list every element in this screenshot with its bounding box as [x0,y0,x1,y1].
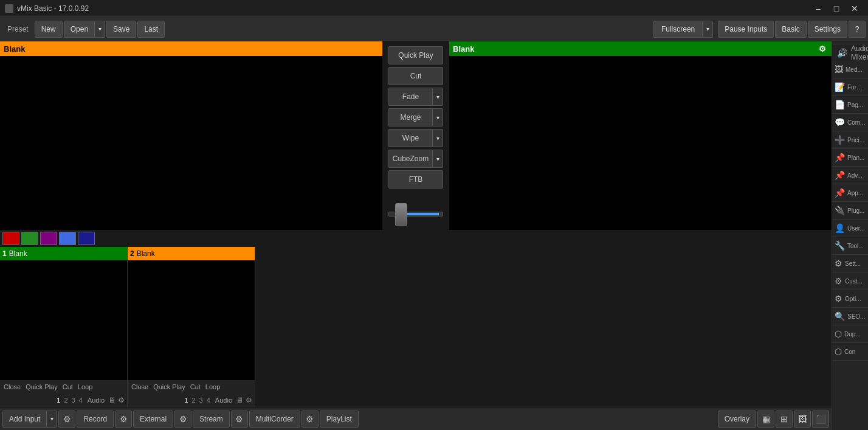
open-split-button[interactable]: Open ▾ [64,21,105,38]
add-input-button[interactable]: Add Input [2,411,46,428]
input-2-settings-icon[interactable]: ⚙ [246,396,252,404]
external-button[interactable]: External [133,411,173,428]
fullscreen-button[interactable]: Fullscreen [653,21,702,38]
merge-button[interactable]: Merge [388,108,432,127]
minimize-button[interactable]: – [810,2,827,15]
sidebar-item-pricing[interactable]: ➕ Prici... [832,131,868,149]
add-input-arrow[interactable]: ▾ [46,411,57,428]
overlay-bar-icon[interactable]: ▦ [757,411,774,428]
sidebar-plan-label: Plan... [847,154,864,161]
input-1-cut-btn[interactable]: Cut [61,383,74,390]
input-2-close-btn[interactable]: Close [130,383,150,390]
stream-settings-icon[interactable]: ⚙ [231,411,248,428]
fade-button[interactable]: Fade [388,88,432,106]
sidebar-item-tools[interactable]: 🔧 Tool... [832,237,868,255]
merge-arrow[interactable]: ▾ [432,108,443,127]
cut-button[interactable]: Cut [388,67,443,85]
input-2-tab-4[interactable]: 4 [205,397,212,404]
input-1-loop-btn[interactable]: Loop [77,383,94,390]
save-button[interactable]: Save [106,21,136,38]
last-button[interactable]: Last [137,21,165,38]
basic-button[interactable]: Basic [775,21,806,38]
sidebar-item-media[interactable]: 🖼 Med... [832,61,868,78]
cubezoom-button[interactable]: CubeZoom [388,150,432,168]
cubezoom-arrow[interactable]: ▾ [432,150,443,168]
color-btn-green[interactable] [21,232,38,245]
input-2-cut-btn[interactable]: Cut [189,383,202,390]
sidebar-item-user[interactable]: 👤 User... [832,220,868,237]
sidebar-item-custom[interactable]: ⚙ Cust... [832,272,868,290]
sidebar-item-con[interactable]: ⬡ Con [832,343,868,361]
input-1-close-btn[interactable]: Close [2,383,22,390]
external-settings-icon[interactable]: ⚙ [174,411,191,428]
ftb-button[interactable]: FTB [388,170,443,189]
add-input-settings-icon[interactable]: ⚙ [58,411,75,428]
quick-play-button[interactable]: Quick Play [388,46,443,64]
pricing-icon: ➕ [835,135,845,145]
input-1-name: Blank [9,249,27,258]
help-button[interactable]: ? [849,21,866,38]
input-2-tab-2[interactable]: 2 [190,397,196,404]
merge-split-button[interactable]: Merge ▾ [388,108,443,127]
new-button[interactable]: New [35,21,63,38]
color-btn-blue[interactable] [59,232,76,245]
cubezoom-split-button[interactable]: CubeZoom ▾ [388,150,443,168]
maximize-button[interactable]: □ [828,2,845,15]
playlist-button[interactable]: PlayList [320,411,359,428]
fade-split-button[interactable]: Fade ▾ [388,88,443,106]
overlay-fullscreen-icon[interactable]: ⬛ [812,411,829,428]
input-1-tab-4[interactable]: 4 [78,397,84,404]
sidebar-item-app[interactable]: 📌 App... [832,184,868,202]
color-btn-purple[interactable] [40,232,57,245]
sidebar-item-comments[interactable]: 💬 Com... [832,114,868,131]
sidebar-item-dup[interactable]: ⬡ Dup... [832,325,868,343]
record-button[interactable]: Record [77,411,114,428]
title-bar-controls[interactable]: – □ ✕ [810,2,863,15]
input-2-tab-1[interactable]: 1 [183,397,189,404]
input-2-tab-3[interactable]: 3 [198,397,204,404]
input-2-monitor-icon[interactable]: 🖥 [236,396,243,404]
input-1-settings-icon[interactable]: ⚙ [118,396,125,404]
input-2-loop-btn[interactable]: Loop [204,383,221,390]
sidebar-item-plan[interactable]: 📌 Plan... [832,149,868,167]
sidebar-item-seo[interactable]: 🔍 SEO... [832,308,868,325]
color-btn-darkblue[interactable] [78,232,95,245]
sidebar-item-pages[interactable]: 📄 Pag... [832,96,868,114]
output-gear-icon[interactable]: ⚙ [817,43,828,54]
input-2-quickplay-btn[interactable]: Quick Play [152,383,187,390]
pause-inputs-button[interactable]: Pause Inputs [718,21,774,38]
fade-arrow[interactable]: ▾ [432,88,443,106]
fullscreen-arrow[interactable]: ▾ [702,21,713,38]
open-arrow[interactable]: ▾ [94,21,105,38]
color-btn-red[interactable] [2,232,19,245]
sidebar-item-advanced[interactable]: 📌 Adv... [832,167,868,184]
input-1-tab-3[interactable]: 3 [71,397,77,404]
multicorder-settings-icon[interactable]: ⚙ [301,411,319,428]
overlay-snap-icon[interactable]: 🖼 [794,411,811,428]
fullscreen-split-button[interactable]: Fullscreen ▾ [653,21,713,38]
input-1-quickplay-btn[interactable]: Quick Play [24,383,59,390]
overlay-button[interactable]: Overlay [718,411,756,428]
sidebar-item-settings[interactable]: ⚙ Sett... [832,255,868,272]
wipe-arrow[interactable]: ▾ [432,129,443,147]
sidebar-item-forms[interactable]: 📝 Form... [832,78,868,96]
sidebar-item-plugin[interactable]: 🔌 Plug... [832,202,868,220]
main-area: Blank Quick Play Cut Fade ▾ Merge ▾ Wipe [0,41,868,430]
stream-button[interactable]: Stream [193,411,230,428]
wipe-split-button[interactable]: Wipe ▾ [388,129,443,147]
slider-handle[interactable] [395,203,407,226]
multicorder-button[interactable]: MultiCorder [249,411,300,428]
inputs-grid: 1 Blank Close Quick Play Cut Loop 1 2 [0,247,832,407]
input-1-monitor-icon[interactable]: 🖥 [108,396,115,404]
slider-track[interactable] [388,212,443,217]
sidebar-item-options[interactable]: ⚙ Opti... [832,290,868,308]
input-1-tab-2[interactable]: 2 [63,397,69,404]
close-button[interactable]: ✕ [846,2,863,15]
open-button[interactable]: Open [64,21,94,38]
settings-button[interactable]: Settings [808,21,847,38]
wipe-button[interactable]: Wipe [388,129,432,147]
overlay-grid-icon[interactable]: ⊞ [776,411,793,428]
add-input-split-button[interactable]: Add Input ▾ [2,411,57,428]
input-1-tab-1[interactable]: 1 [55,397,61,404]
record-settings-icon[interactable]: ⚙ [115,411,132,428]
